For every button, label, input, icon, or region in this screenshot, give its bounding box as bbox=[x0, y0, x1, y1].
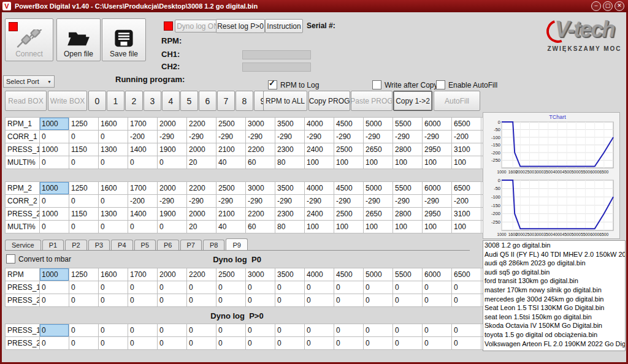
value-cell[interactable]: 0 bbox=[69, 337, 99, 350]
value-cell[interactable]: 0 bbox=[275, 337, 305, 350]
value-cell[interactable]: 0 bbox=[40, 131, 69, 143]
value-cell[interactable]: 6000 bbox=[423, 182, 452, 195]
value-cell[interactable]: 5000 bbox=[364, 182, 393, 195]
value-cell[interactable]: 20 bbox=[187, 221, 216, 233]
value-cell[interactable]: 5000 bbox=[364, 118, 393, 131]
value-cell[interactable]: 2000 bbox=[158, 182, 187, 195]
value-cell[interactable]: 4500 bbox=[334, 118, 364, 131]
value-cell[interactable]: 100 bbox=[393, 221, 423, 233]
value-cell[interactable]: 4000 bbox=[305, 182, 334, 195]
digit-button-3[interactable]: 3 bbox=[144, 91, 161, 111]
value-cell[interactable]: 0 bbox=[393, 281, 423, 294]
value-cell[interactable]: 0 bbox=[246, 337, 275, 350]
value-cell[interactable]: 0 bbox=[393, 324, 423, 337]
digit-button-1[interactable]: 1 bbox=[107, 91, 124, 111]
digit-button-2[interactable]: 2 bbox=[125, 91, 143, 111]
value-cell[interactable]: -200 bbox=[452, 195, 481, 208]
value-cell[interactable]: 0 bbox=[246, 294, 275, 307]
value-cell[interactable]: 4500 bbox=[334, 182, 364, 195]
value-cell[interactable]: 2200 bbox=[246, 143, 275, 156]
write-box-button[interactable]: Write BOX bbox=[48, 91, 87, 111]
digit-button-0[interactable]: 0 bbox=[88, 91, 106, 111]
value-cell[interactable]: 0 bbox=[69, 131, 99, 143]
value-cell[interactable]: 3000 bbox=[246, 182, 275, 195]
value-cell[interactable]: 0 bbox=[452, 294, 481, 307]
value-cell[interactable]: -290 bbox=[216, 131, 246, 143]
value-cell[interactable]: -290 bbox=[158, 195, 187, 208]
value-cell[interactable]: 1000 bbox=[40, 268, 69, 281]
value-cell[interactable]: 0 bbox=[128, 337, 158, 350]
value-cell[interactable]: 0 bbox=[334, 281, 364, 294]
value-cell[interactable]: 0 bbox=[40, 156, 69, 169]
value-cell[interactable]: 1400 bbox=[128, 143, 158, 156]
digit-button-5[interactable]: 5 bbox=[180, 91, 198, 111]
value-cell[interactable]: 1700 bbox=[128, 118, 158, 131]
value-cell[interactable]: 0 bbox=[40, 324, 69, 337]
value-cell[interactable]: -290 bbox=[364, 195, 393, 208]
value-cell[interactable]: 1600 bbox=[99, 268, 128, 281]
value-cell[interactable]: 0 bbox=[99, 294, 128, 307]
value-cell[interactable]: 100 bbox=[364, 221, 393, 233]
tab-p1[interactable]: P1 bbox=[42, 240, 64, 250]
value-cell[interactable]: 0 bbox=[364, 324, 393, 337]
value-cell[interactable]: 0 bbox=[246, 324, 275, 337]
value-cell[interactable]: -290 bbox=[187, 131, 216, 143]
value-cell[interactable]: 2650 bbox=[364, 143, 393, 156]
minimize-button[interactable]: – bbox=[591, 1, 601, 11]
value-cell[interactable]: 1400 bbox=[128, 208, 158, 221]
value-cell[interactable]: 0 bbox=[334, 324, 364, 337]
value-cell[interactable]: 2500 bbox=[216, 118, 246, 131]
value-cell[interactable]: 1000 bbox=[40, 182, 69, 195]
value-cell[interactable]: 1900 bbox=[158, 143, 187, 156]
value-cell[interactable]: 0 bbox=[275, 294, 305, 307]
value-cell[interactable]: -290 bbox=[158, 131, 187, 143]
value-cell[interactable]: 0 bbox=[187, 324, 216, 337]
value-cell[interactable]: 0 bbox=[423, 337, 452, 350]
value-cell[interactable]: 0 bbox=[452, 337, 481, 350]
value-cell[interactable]: 0 bbox=[187, 337, 216, 350]
copy-prog-button[interactable]: Copy PROG bbox=[308, 91, 350, 111]
file-list-item[interactable]: toyota 1.5 go digital od obciążenia.bin bbox=[483, 330, 625, 339]
value-cell[interactable]: 4500 bbox=[334, 268, 364, 281]
write-after-copy-checkbox[interactable]: Write after Copy bbox=[372, 80, 437, 89]
value-cell[interactable]: 0 bbox=[128, 281, 158, 294]
value-cell[interactable]: -290 bbox=[334, 195, 364, 208]
title-bar[interactable]: V PowerBox Digital v1.40 - C:\Users\Prod… bbox=[0, 0, 628, 12]
value-cell[interactable]: 6500 bbox=[452, 182, 481, 195]
value-cell[interactable]: 100 bbox=[334, 221, 364, 233]
tab-p6[interactable]: P6 bbox=[157, 240, 178, 250]
value-cell[interactable]: 0 bbox=[99, 156, 128, 169]
value-cell[interactable]: 2000 bbox=[158, 118, 187, 131]
read-box-button[interactable]: Read BOX bbox=[5, 91, 47, 111]
value-cell[interactable]: 0 bbox=[216, 294, 246, 307]
value-cell[interactable]: 100 bbox=[334, 156, 364, 169]
value-cell[interactable]: 0 bbox=[128, 294, 158, 307]
value-cell[interactable]: 0 bbox=[158, 294, 187, 307]
tab-p2[interactable]: P2 bbox=[65, 240, 86, 250]
value-cell[interactable]: -290 bbox=[246, 131, 275, 143]
value-cell[interactable]: 2400 bbox=[305, 208, 334, 221]
value-cell[interactable]: 0 bbox=[69, 281, 99, 294]
value-cell[interactable]: -290 bbox=[275, 131, 305, 143]
save-file-button[interactable]: Save file bbox=[102, 18, 146, 61]
tab-p7[interactable]: P7 bbox=[180, 240, 202, 250]
file-list-item[interactable]: Skoda Octavia IV 150KM Go Digital.bin bbox=[483, 321, 625, 330]
value-cell[interactable]: 0 bbox=[99, 324, 128, 337]
value-cell[interactable]: 1300 bbox=[99, 208, 128, 221]
value-cell[interactable]: 0 bbox=[334, 337, 364, 350]
value-cell[interactable]: 100 bbox=[305, 156, 334, 169]
close-button[interactable]: ✕ bbox=[615, 1, 624, 11]
value-cell[interactable]: 3000 bbox=[246, 268, 275, 281]
value-cell[interactable]: 2300 bbox=[275, 143, 305, 156]
value-cell[interactable]: 2500 bbox=[334, 143, 364, 156]
value-cell[interactable]: 1700 bbox=[128, 268, 158, 281]
rpm-to-log-checkbox[interactable]: ✓ RPM to Log bbox=[268, 80, 319, 89]
value-cell[interactable]: 0 bbox=[364, 337, 393, 350]
value-cell[interactable]: 0 bbox=[216, 281, 246, 294]
value-cell[interactable]: 6000 bbox=[423, 118, 452, 131]
value-cell[interactable]: 40 bbox=[216, 156, 246, 169]
open-file-button[interactable]: Open file bbox=[56, 18, 101, 61]
value-cell[interactable]: 100 bbox=[364, 156, 393, 169]
value-cell[interactable]: 1250 bbox=[69, 182, 99, 195]
value-cell[interactable]: 1250 bbox=[69, 118, 99, 131]
